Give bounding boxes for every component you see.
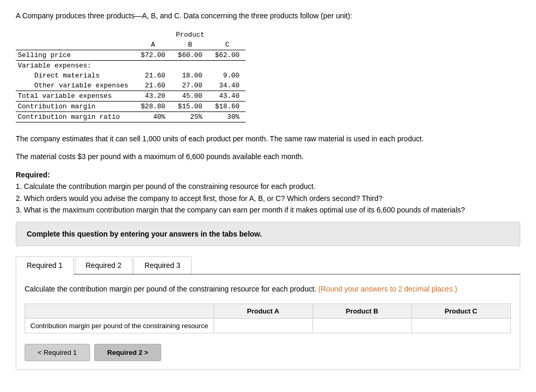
- row-direct-materials-a: 21.60: [135, 71, 172, 81]
- body-text-2: The material costs $3 per pound with a m…: [16, 151, 520, 162]
- complete-box-text: Complete this question by entering your …: [27, 230, 262, 238]
- required-item-3: 3. What is the maximum contribution marg…: [16, 206, 465, 214]
- col-header-c: C: [209, 40, 246, 50]
- row-other-variable-a: 21.60: [135, 81, 172, 91]
- prev-button[interactable]: < Required 1: [25, 344, 90, 361]
- row-cm-ratio-b: 25%: [172, 112, 209, 122]
- required-item-2: 2. Which orders would you advise the com…: [16, 194, 383, 203]
- row-other-variable-b: 27.00: [172, 81, 209, 91]
- row-cm-b: $15.00: [172, 102, 209, 112]
- tab-content: Calculate the contribution margin per po…: [16, 275, 520, 369]
- row-cm-c: $18.60: [209, 102, 246, 112]
- answer-input-b[interactable]: [312, 318, 411, 333]
- row-selling-price-label: Selling price: [16, 50, 135, 61]
- answer-row-label: Contribution margin per pound of the con…: [25, 318, 214, 333]
- input-product-a[interactable]: [214, 319, 312, 333]
- answer-col-c: Product C: [411, 304, 510, 318]
- row-variable-expenses-label: Variable expenses:: [16, 61, 135, 71]
- intro-text: A Company produces three products—A, B, …: [16, 10, 520, 21]
- answer-input-c[interactable]: [411, 318, 510, 333]
- data-table: Product A B C Selling price $72.00 $60.0…: [16, 30, 245, 122]
- required-section: Required: 1. Calculate the contribution …: [16, 169, 520, 216]
- tabs-container: Required 1 Required 2 Required 3 Calcula…: [16, 256, 520, 369]
- row-direct-materials-b: 18.00: [172, 71, 209, 81]
- required-item-1: 1. Calculate the contribution margin per…: [16, 182, 316, 191]
- row-cm-ratio-c: 30%: [209, 112, 246, 122]
- nav-buttons: < Required 1 Required 2 >: [25, 344, 511, 361]
- tab-required-2[interactable]: Required 2: [75, 256, 133, 274]
- calc-description-main: Calculate the contribution margin per po…: [25, 285, 316, 293]
- answer-input-a[interactable]: [214, 318, 312, 333]
- answer-col-empty: [25, 304, 214, 318]
- answer-col-b: Product B: [312, 304, 411, 318]
- complete-box: Complete this question by entering your …: [16, 222, 520, 246]
- tabs-row: Required 1 Required 2 Required 3: [16, 256, 520, 275]
- row-selling-price-c: $62.00: [209, 50, 246, 61]
- table-row: Contribution margin per pound of the con…: [25, 318, 511, 333]
- next-button[interactable]: Required 2 >: [94, 344, 161, 361]
- required-heading: Required:: [16, 171, 50, 179]
- answer-table: Product A Product B Product C Contributi…: [25, 304, 511, 333]
- answer-col-a: Product A: [214, 304, 312, 318]
- product-header: Product: [135, 30, 245, 40]
- row-cm-ratio-a: 40%: [135, 112, 172, 122]
- row-other-variable-c: 34.40: [209, 81, 246, 91]
- col-header-b: B: [172, 40, 209, 50]
- body-text-1: The company estimates that it can sell 1…: [16, 133, 520, 144]
- tab-required-3[interactable]: Required 3: [133, 256, 192, 274]
- row-total-variable-a: 43.20: [135, 91, 172, 102]
- row-other-variable-label: Other variable expenses: [16, 81, 135, 91]
- row-selling-price-b: $60.00: [172, 50, 209, 61]
- input-product-c[interactable]: [412, 319, 510, 333]
- row-cm-ratio-label: Contribution margin ratio: [16, 112, 135, 122]
- row-total-variable-label: Total variable expenses: [16, 91, 135, 102]
- row-direct-materials-label: Direct materials: [16, 71, 135, 81]
- col-header-a: A: [135, 40, 172, 50]
- row-cm-a: $28.80: [135, 102, 172, 112]
- calc-description-note: (Round your answers to 2 decimal places.…: [318, 285, 457, 293]
- row-total-variable-b: 45.00: [172, 91, 209, 102]
- row-cm-label: Contribution margin: [16, 102, 135, 112]
- input-product-b[interactable]: [313, 319, 411, 333]
- row-selling-price-a: $72.00: [135, 50, 172, 61]
- row-direct-materials-c: 9.00: [209, 71, 246, 81]
- tab-required-1[interactable]: Required 1: [16, 256, 74, 275]
- calc-description: Calculate the contribution margin per po…: [25, 283, 511, 295]
- row-total-variable-c: 43.40: [209, 91, 246, 102]
